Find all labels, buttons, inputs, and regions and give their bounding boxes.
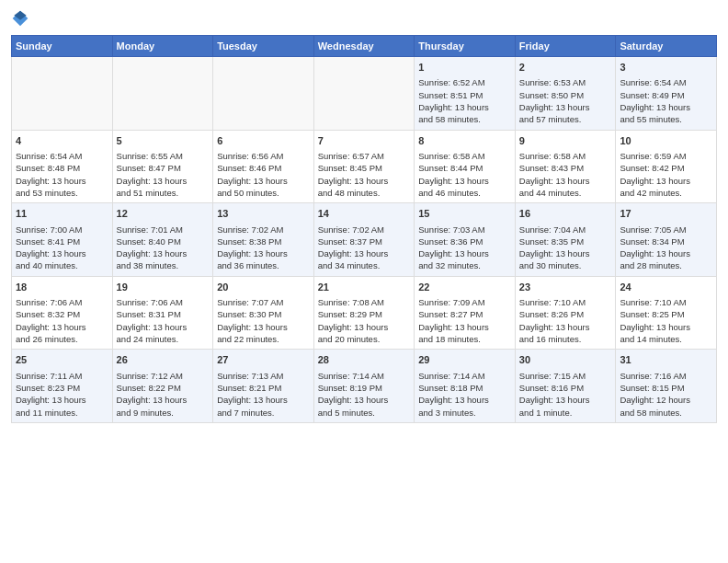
day-info: Sunrise: 7:09 AM (418, 296, 511, 308)
day-number: 30 (519, 353, 612, 367)
day-info: and 28 minutes. (620, 259, 712, 271)
day-number: 6 (217, 134, 310, 148)
day-info: Daylight: 13 hours (418, 394, 511, 406)
day-number: 18 (16, 281, 108, 294)
calendar-cell: 30Sunrise: 7:15 AMSunset: 8:16 PMDayligh… (515, 350, 616, 423)
day-info: Daylight: 13 hours (16, 175, 108, 187)
day-info: Daylight: 13 hours (16, 394, 108, 406)
day-info: Sunset: 8:25 PM (620, 308, 712, 320)
day-info: Sunset: 8:18 PM (418, 382, 511, 394)
week-row-1: 1Sunrise: 6:52 AMSunset: 8:51 PMDaylight… (12, 57, 717, 131)
day-info: Sunrise: 7:12 AM (117, 370, 210, 382)
calendar-cell: 9Sunrise: 6:58 AMSunset: 8:43 PMDaylight… (515, 130, 616, 203)
day-info: and 16 minutes. (519, 333, 612, 345)
calendar-cell: 26Sunrise: 7:12 AMSunset: 8:22 PMDayligh… (112, 350, 213, 423)
header-row: SundayMondayTuesdayWednesdayThursdayFrid… (12, 36, 717, 57)
day-number: 26 (117, 353, 210, 367)
day-number: 4 (16, 134, 108, 148)
calendar-cell: 31Sunrise: 7:16 AMSunset: 8:15 PMDayligh… (616, 350, 717, 423)
day-info: and 26 minutes. (16, 333, 108, 345)
day-number: 21 (318, 281, 411, 294)
day-info: Daylight: 13 hours (16, 321, 108, 333)
day-info: and 38 minutes. (117, 259, 210, 271)
day-number: 8 (418, 134, 511, 148)
day-number: 2 (519, 61, 612, 75)
calendar-cell: 12Sunrise: 7:01 AMSunset: 8:40 PMDayligh… (112, 203, 213, 277)
day-info: and 32 minutes. (418, 259, 511, 271)
day-number: 9 (519, 134, 612, 148)
day-info: Sunrise: 7:16 AM (620, 370, 712, 382)
day-header-monday: Monday (112, 36, 213, 57)
day-info: Sunset: 8:36 PM (418, 236, 511, 247)
day-info: Sunset: 8:44 PM (418, 162, 511, 174)
calendar-cell: 24Sunrise: 7:10 AMSunset: 8:25 PMDayligh… (616, 276, 717, 350)
day-info: Sunset: 8:43 PM (519, 162, 612, 174)
calendar-cell: 14Sunrise: 7:02 AMSunset: 8:37 PMDayligh… (313, 203, 415, 277)
day-info: Sunset: 8:15 PM (620, 382, 712, 394)
day-info: Daylight: 13 hours (519, 101, 612, 113)
day-info: Sunset: 8:42 PM (620, 162, 712, 174)
day-number: 20 (217, 281, 310, 294)
day-info: Sunset: 8:50 PM (519, 89, 612, 101)
day-info: Sunrise: 7:00 AM (16, 224, 108, 236)
day-header-saturday: Saturday (616, 36, 717, 57)
day-info: Sunrise: 7:06 AM (117, 296, 210, 308)
day-number: 23 (519, 281, 612, 294)
logo (11, 9, 33, 28)
day-info: and 58 minutes. (418, 113, 511, 125)
day-info: and 36 minutes. (217, 259, 310, 271)
day-info: Daylight: 13 hours (519, 321, 612, 333)
calendar-cell: 25Sunrise: 7:11 AMSunset: 8:23 PMDayligh… (12, 350, 113, 423)
calendar-cell: 21Sunrise: 7:08 AMSunset: 8:29 PMDayligh… (313, 276, 415, 350)
day-header-friday: Friday (515, 36, 616, 57)
day-info: and 1 minute. (519, 407, 612, 419)
calendar-cell: 20Sunrise: 7:07 AMSunset: 8:30 PMDayligh… (213, 276, 314, 350)
day-info: Sunset: 8:47 PM (117, 162, 210, 174)
day-info: Daylight: 13 hours (418, 175, 511, 187)
calendar-cell: 18Sunrise: 7:06 AMSunset: 8:32 PMDayligh… (12, 276, 113, 350)
header (11, 9, 717, 28)
day-number: 22 (418, 281, 511, 294)
day-number: 14 (318, 207, 411, 221)
day-info: Sunset: 8:40 PM (117, 236, 210, 247)
calendar-table: SundayMondayTuesdayWednesdayThursdayFrid… (11, 35, 717, 423)
day-number: 25 (16, 353, 108, 367)
day-header-sunday: Sunday (12, 36, 113, 57)
day-info: and 22 minutes. (217, 333, 310, 345)
day-info: and 57 minutes. (519, 113, 612, 125)
day-info: Daylight: 13 hours (117, 175, 210, 187)
calendar-cell: 3Sunrise: 6:54 AMSunset: 8:49 PMDaylight… (616, 57, 717, 131)
day-number: 24 (620, 281, 712, 294)
calendar-cell: 15Sunrise: 7:03 AMSunset: 8:36 PMDayligh… (415, 203, 516, 277)
day-header-thursday: Thursday (415, 36, 516, 57)
calendar-cell (313, 57, 415, 131)
day-info: Sunrise: 6:58 AM (519, 150, 612, 162)
day-info: and 11 minutes. (16, 407, 108, 419)
day-number: 17 (620, 207, 712, 221)
day-info: Daylight: 13 hours (620, 321, 712, 333)
day-info: Sunset: 8:23 PM (16, 382, 108, 394)
day-info: Sunset: 8:34 PM (620, 236, 712, 247)
day-info: Sunset: 8:22 PM (117, 382, 210, 394)
day-info: Daylight: 13 hours (217, 321, 310, 333)
day-info: Sunset: 8:29 PM (318, 308, 411, 320)
day-info: Sunset: 8:19 PM (318, 382, 411, 394)
day-info: Sunrise: 7:02 AM (217, 224, 310, 236)
day-info: Sunrise: 6:54 AM (620, 76, 712, 88)
day-info: Sunset: 8:35 PM (519, 236, 612, 247)
week-row-2: 4Sunrise: 6:54 AMSunset: 8:48 PMDaylight… (12, 130, 717, 203)
calendar-cell: 6Sunrise: 6:56 AMSunset: 8:46 PMDaylight… (213, 130, 314, 203)
calendar-cell: 19Sunrise: 7:06 AMSunset: 8:31 PMDayligh… (112, 276, 213, 350)
day-number: 3 (620, 61, 712, 75)
day-info: Sunset: 8:48 PM (16, 162, 108, 174)
day-info: Daylight: 13 hours (117, 321, 210, 333)
day-info: Sunrise: 6:59 AM (620, 150, 712, 162)
day-info: Sunrise: 7:01 AM (117, 224, 210, 236)
day-info: Sunset: 8:37 PM (318, 236, 411, 247)
day-number: 19 (117, 281, 210, 294)
day-info: Sunset: 8:27 PM (418, 308, 511, 320)
day-info: and 3 minutes. (418, 407, 511, 419)
week-row-5: 25Sunrise: 7:11 AMSunset: 8:23 PMDayligh… (12, 350, 717, 423)
day-info: Daylight: 13 hours (620, 247, 712, 259)
day-info: Sunset: 8:49 PM (620, 89, 712, 101)
